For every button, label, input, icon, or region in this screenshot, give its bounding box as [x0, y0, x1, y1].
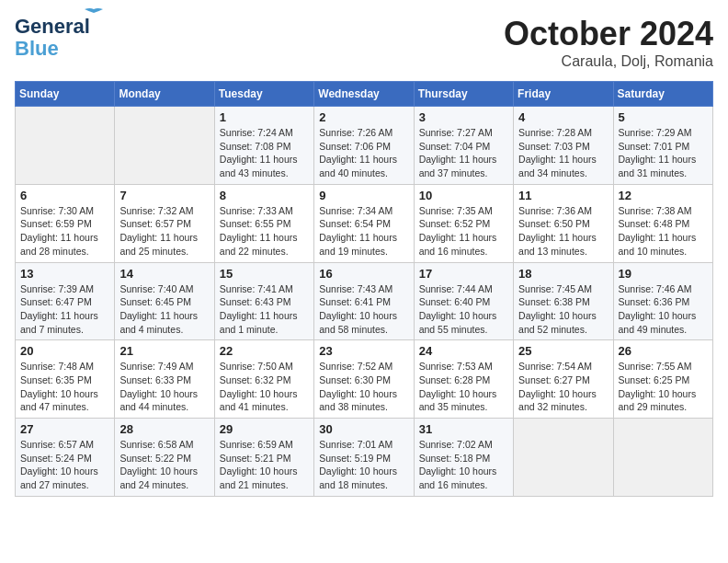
- day-number: 16: [319, 267, 408, 281]
- day-info: Sunrise: 7:35 AMSunset: 6:52 PMDaylight:…: [419, 204, 508, 259]
- calendar-cell: 9Sunrise: 7:34 AMSunset: 6:54 PMDaylight…: [314, 184, 414, 262]
- weekday-header: Wednesday: [314, 82, 414, 107]
- weekday-header: Thursday: [414, 82, 513, 107]
- day-number: 7: [119, 189, 209, 202]
- day-number: 23: [319, 344, 408, 358]
- day-info: Sunrise: 7:30 AMSunset: 6:59 PMDaylight:…: [20, 204, 109, 259]
- day-number: 26: [619, 344, 708, 358]
- day-info: Sunrise: 7:29 AMSunset: 7:01 PMDaylight:…: [619, 126, 708, 180]
- day-number: 15: [220, 267, 309, 281]
- day-info: Sunrise: 7:53 AMSunset: 6:28 PMDaylight:…: [419, 360, 508, 414]
- day-info: Sunrise: 7:24 AMSunset: 7:08 PMDaylight:…: [220, 126, 309, 180]
- calendar-cell: 4Sunrise: 7:28 AMSunset: 7:03 PMDaylight…: [514, 107, 613, 185]
- day-info: Sunrise: 7:33 AMSunset: 6:55 PMDaylight:…: [220, 204, 309, 259]
- day-number: 31: [419, 422, 508, 436]
- day-info: Sunrise: 7:28 AMSunset: 7:03 PMDaylight:…: [518, 126, 608, 180]
- calendar-cell: 20Sunrise: 7:48 AMSunset: 6:35 PMDayligh…: [16, 340, 115, 419]
- calendar-cell: 25Sunrise: 7:54 AMSunset: 6:27 PMDayligh…: [514, 340, 613, 419]
- calendar-cell: 6Sunrise: 7:30 AMSunset: 6:59 PMDaylight…: [16, 184, 115, 262]
- calendar-cell: 31Sunrise: 7:02 AMSunset: 5:18 PMDayligh…: [414, 419, 513, 497]
- calendar-cell: 8Sunrise: 7:33 AMSunset: 6:55 PMDaylight…: [214, 184, 313, 262]
- calendar-cell: [514, 419, 613, 497]
- logo-general: General: [15, 15, 90, 38]
- calendar-cell: 7Sunrise: 7:32 AMSunset: 6:57 PMDaylight…: [115, 184, 214, 262]
- day-info: Sunrise: 7:49 AMSunset: 6:33 PMDaylight:…: [119, 360, 209, 414]
- day-info: Sunrise: 7:26 AMSunset: 7:06 PMDaylight:…: [319, 126, 408, 180]
- day-number: 19: [619, 267, 708, 281]
- day-number: 25: [518, 344, 608, 358]
- day-info: Sunrise: 7:52 AMSunset: 6:30 PMDaylight:…: [319, 360, 408, 414]
- calendar-cell: [16, 107, 115, 185]
- calendar-cell: 3Sunrise: 7:27 AMSunset: 7:04 PMDaylight…: [414, 107, 513, 185]
- day-number: 18: [518, 267, 608, 281]
- calendar-cell: 19Sunrise: 7:46 AMSunset: 6:36 PMDayligh…: [613, 262, 712, 340]
- title-area: October 2024 Caraula, Dolj, Romania: [504, 15, 713, 70]
- weekday-header: Tuesday: [214, 82, 313, 107]
- day-number: 6: [20, 189, 109, 202]
- location: Caraula, Dolj, Romania: [504, 53, 713, 70]
- calendar-cell: 2Sunrise: 7:26 AMSunset: 7:06 PMDaylight…: [314, 107, 414, 185]
- calendar-week-row: 6Sunrise: 7:30 AMSunset: 6:59 PMDaylight…: [16, 184, 713, 262]
- day-number: 9: [319, 189, 408, 202]
- calendar-cell: 5Sunrise: 7:29 AMSunset: 7:01 PMDaylight…: [613, 107, 712, 185]
- day-number: 3: [419, 110, 508, 124]
- calendar-cell: 13Sunrise: 7:39 AMSunset: 6:47 PMDayligh…: [16, 262, 115, 340]
- day-number: 10: [419, 189, 508, 202]
- calendar-cell: 28Sunrise: 6:58 AMSunset: 5:22 PMDayligh…: [115, 419, 214, 497]
- day-info: Sunrise: 6:58 AMSunset: 5:22 PMDaylight:…: [119, 438, 209, 492]
- calendar-cell: [115, 107, 214, 185]
- day-number: 21: [119, 344, 209, 358]
- calendar-cell: 30Sunrise: 7:01 AMSunset: 5:19 PMDayligh…: [314, 419, 414, 497]
- calendar-week-row: 1Sunrise: 7:24 AMSunset: 7:08 PMDaylight…: [16, 107, 713, 185]
- day-number: 17: [419, 267, 508, 281]
- logo-blue: Blue: [15, 39, 59, 59]
- day-number: 1: [220, 110, 309, 124]
- day-info: Sunrise: 7:36 AMSunset: 6:50 PMDaylight:…: [518, 204, 608, 259]
- calendar-week-row: 13Sunrise: 7:39 AMSunset: 6:47 PMDayligh…: [16, 262, 713, 340]
- day-info: Sunrise: 7:32 AMSunset: 6:57 PMDaylight:…: [119, 204, 209, 259]
- weekday-header: Saturday: [613, 82, 712, 107]
- day-number: 11: [518, 189, 608, 202]
- weekday-header: Monday: [115, 82, 214, 107]
- day-info: Sunrise: 7:27 AMSunset: 7:04 PMDaylight:…: [419, 126, 508, 180]
- calendar-cell: 17Sunrise: 7:44 AMSunset: 6:40 PMDayligh…: [414, 262, 513, 340]
- day-info: Sunrise: 7:43 AMSunset: 6:41 PMDaylight:…: [319, 282, 408, 337]
- calendar-cell: 27Sunrise: 6:57 AMSunset: 5:24 PMDayligh…: [16, 419, 115, 497]
- calendar-header: SundayMondayTuesdayWednesdayThursdayFrid…: [16, 82, 713, 107]
- day-number: 22: [220, 344, 309, 358]
- day-info: Sunrise: 7:54 AMSunset: 6:27 PMDaylight:…: [518, 360, 608, 414]
- day-info: Sunrise: 6:59 AMSunset: 5:21 PMDaylight:…: [220, 438, 309, 492]
- calendar-week-row: 20Sunrise: 7:48 AMSunset: 6:35 PMDayligh…: [16, 340, 713, 419]
- day-info: Sunrise: 7:44 AMSunset: 6:40 PMDaylight:…: [419, 282, 508, 337]
- calendar-cell: 11Sunrise: 7:36 AMSunset: 6:50 PMDayligh…: [514, 184, 613, 262]
- day-info: Sunrise: 7:48 AMSunset: 6:35 PMDaylight:…: [20, 360, 109, 414]
- day-info: Sunrise: 7:02 AMSunset: 5:18 PMDaylight:…: [419, 438, 508, 492]
- calendar-cell: 16Sunrise: 7:43 AMSunset: 6:41 PMDayligh…: [314, 262, 414, 340]
- day-info: Sunrise: 7:50 AMSunset: 6:32 PMDaylight:…: [220, 360, 309, 414]
- calendar-cell: 24Sunrise: 7:53 AMSunset: 6:28 PMDayligh…: [414, 340, 513, 419]
- day-info: Sunrise: 7:46 AMSunset: 6:36 PMDaylight:…: [619, 282, 708, 337]
- day-number: 5: [619, 110, 708, 124]
- calendar-cell: 1Sunrise: 7:24 AMSunset: 7:08 PMDaylight…: [214, 107, 313, 185]
- day-info: Sunrise: 7:39 AMSunset: 6:47 PMDaylight:…: [20, 282, 109, 337]
- calendar-cell: 15Sunrise: 7:41 AMSunset: 6:43 PMDayligh…: [214, 262, 313, 340]
- calendar-cell: 10Sunrise: 7:35 AMSunset: 6:52 PMDayligh…: [414, 184, 513, 262]
- day-number: 20: [20, 344, 109, 358]
- day-info: Sunrise: 7:34 AMSunset: 6:54 PMDaylight:…: [319, 204, 408, 259]
- day-number: 4: [518, 110, 608, 124]
- day-number: 14: [119, 267, 209, 281]
- logo: General Blue: [15, 15, 90, 59]
- weekday-header: Friday: [514, 82, 613, 107]
- day-number: 30: [319, 422, 408, 436]
- calendar-cell: 18Sunrise: 7:45 AMSunset: 6:38 PMDayligh…: [514, 262, 613, 340]
- day-info: Sunrise: 7:41 AMSunset: 6:43 PMDaylight:…: [220, 282, 309, 337]
- calendar-cell: 29Sunrise: 6:59 AMSunset: 5:21 PMDayligh…: [214, 419, 313, 497]
- month-title: October 2024: [504, 15, 713, 53]
- calendar-cell: 14Sunrise: 7:40 AMSunset: 6:45 PMDayligh…: [115, 262, 214, 340]
- calendar-cell: 26Sunrise: 7:55 AMSunset: 6:25 PMDayligh…: [613, 340, 712, 419]
- day-info: Sunrise: 7:40 AMSunset: 6:45 PMDaylight:…: [119, 282, 209, 337]
- day-info: Sunrise: 7:38 AMSunset: 6:48 PMDaylight:…: [619, 204, 708, 259]
- calendar-cell: 22Sunrise: 7:50 AMSunset: 6:32 PMDayligh…: [214, 340, 313, 419]
- calendar-cell: 23Sunrise: 7:52 AMSunset: 6:30 PMDayligh…: [314, 340, 414, 419]
- calendar-cell: 21Sunrise: 7:49 AMSunset: 6:33 PMDayligh…: [115, 340, 214, 419]
